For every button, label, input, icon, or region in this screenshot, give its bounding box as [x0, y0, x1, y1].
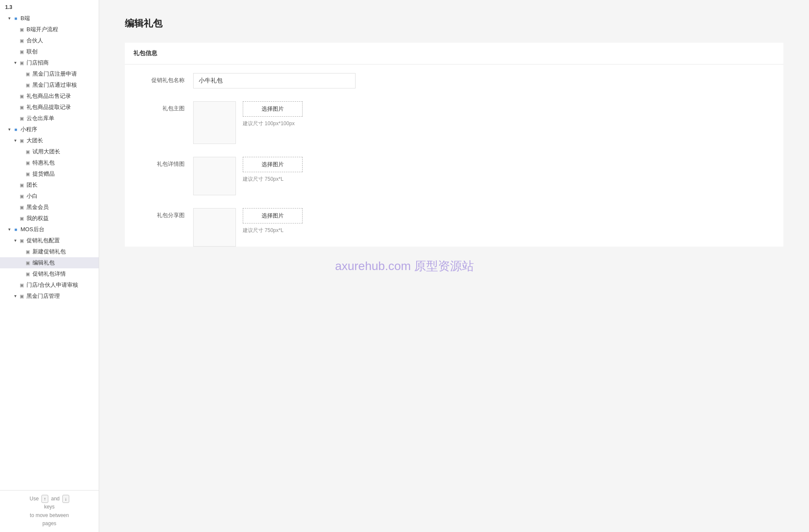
sidebar-item-tuanzhang[interactable]: ▣ 团长 — [0, 179, 99, 191]
sidebar-item-b-end[interactable]: ■ B端 — [0, 13, 99, 24]
doc-icon: ▣ — [25, 71, 31, 77]
sidebar-item-edit-gift[interactable]: ▣ 编辑礼包 — [0, 257, 99, 268]
control-gift-name — [193, 73, 766, 88]
image-upload-right-detail: 选择图片 建议尺寸 750px*L — [243, 157, 303, 183]
sidebar-label-my-rights: 我的权益 — [26, 215, 49, 222]
sidebar-item-hj-register[interactable]: ▣ 黑金门店注册申请 — [0, 68, 99, 79]
footer-keys: keys — [44, 504, 55, 510]
control-gift-detail-image: 选择图片 建议尺寸 750px*L — [193, 157, 766, 195]
doc-icon: ▣ — [25, 249, 31, 255]
arrow-b-end — [7, 16, 12, 21]
sidebar-label-try-tuanzhang: 试用大团长 — [32, 148, 60, 156]
sidebar-item-try-tuanzhang[interactable]: ▣ 试用大团长 — [0, 146, 99, 157]
sidebar-label-hj-member: 黑金会员 — [26, 203, 49, 211]
image-hint-detail: 建议尺寸 750px*L — [243, 176, 303, 183]
sidebar-label-gift-pick: 礼包商品提取记录 — [26, 103, 71, 111]
image-hint-share: 建议尺寸 750px*L — [243, 227, 303, 234]
sidebar: 1.3 ■ B端 ▣ B端开户流程 ▣ 合伙人 ▣ 联创 ▣ 门店招商 — [0, 0, 99, 532]
sidebar-item-new-promo[interactable]: ▣ 新建促销礼包 — [0, 246, 99, 257]
form-row-gift-detail-image: 礼包详情图 选择图片 建议尺寸 750px*L — [125, 157, 783, 195]
sidebar-item-mos[interactable]: ■ MOS后台 — [0, 224, 99, 235]
select-image-btn-share[interactable]: 选择图片 — [243, 208, 303, 223]
label-gift-main-image: 礼包主图 — [142, 101, 193, 112]
folder-blue-icon: ■ — [13, 126, 19, 132]
image-preview-share — [193, 208, 236, 247]
sidebar-item-pickup-gift[interactable]: ▣ 提货赠品 — [0, 168, 99, 179]
sidebar-label-gift-sell: 礼包商品出售记录 — [26, 92, 71, 100]
doc-icon: ▣ — [19, 60, 25, 66]
section-header: 礼包信息 — [125, 43, 783, 65]
sidebar-item-store-recruit[interactable]: ▣ 门店招商 — [0, 57, 99, 68]
sidebar-item-da-tuanzhang[interactable]: ▣ 大团长 — [0, 135, 99, 146]
arrow-promo-config — [13, 238, 18, 243]
sidebar-item-promo-detail[interactable]: ▣ 促销礼包详情 — [0, 268, 99, 279]
doc-icon: ▣ — [25, 271, 31, 277]
form-row-gift-share-image: 礼包分享图 选择图片 建议尺寸 750px*L — [125, 208, 783, 247]
select-image-btn-main[interactable]: 选择图片 — [243, 101, 303, 117]
sidebar-footer: Use ↑ and ↓ keys to move between pages — [0, 490, 99, 532]
doc-icon: ▣ — [19, 115, 25, 121]
sidebar-label-hj-register: 黑金门店注册申请 — [32, 70, 77, 78]
arrow-mini-program — [7, 127, 12, 132]
doc-icon: ▣ — [25, 82, 31, 88]
sidebar-item-store-partner-audit[interactable]: ▣ 门店/合伙人申请审核 — [0, 279, 99, 291]
control-gift-share-image: 选择图片 建议尺寸 750px*L — [193, 208, 766, 247]
sidebar-label-mini-program: 小程序 — [21, 126, 37, 133]
sidebar-item-hj-audit[interactable]: ▣ 黑金门店通过审核 — [0, 79, 99, 91]
footer-pages: pages — [42, 520, 56, 526]
form-row-gift-name: 促销礼包名称 — [125, 73, 783, 88]
sidebar-item-hj-store-mgmt[interactable]: ▣ 黑金门店管理 — [0, 291, 99, 302]
sidebar-item-b-open[interactable]: ▣ B端开户流程 — [0, 24, 99, 35]
sidebar-item-mini-program[interactable]: ■ 小程序 — [0, 124, 99, 135]
sidebar-label-mos: MOS后台 — [21, 226, 44, 233]
doc-icon: ▣ — [19, 49, 25, 55]
sidebar-label-special-gift: 特惠礼包 — [32, 159, 55, 167]
image-preview-detail — [193, 157, 236, 195]
sidebar-item-gift-pick[interactable]: ▣ 礼包商品提取记录 — [0, 102, 99, 113]
folder-blue-icon: ■ — [13, 15, 19, 21]
sidebar-item-xiao-bai[interactable]: ▣ 小白 — [0, 191, 99, 202]
key-down: ↓ — [62, 495, 69, 503]
sidebar-label-da-tuanzhang: 大团长 — [26, 137, 43, 144]
doc-icon: ▣ — [19, 238, 25, 244]
sidebar-label-promo-config: 促销礼包配置 — [26, 237, 60, 244]
arrow-da-tuanzhang — [13, 138, 18, 143]
gift-name-input[interactable] — [193, 73, 356, 88]
image-upload-area-share: 选择图片 建议尺寸 750px*L — [193, 208, 766, 247]
sidebar-scroll: ■ B端 ▣ B端开户流程 ▣ 合伙人 ▣ 联创 ▣ 门店招商 ▣ 黑金门店注册… — [0, 13, 99, 490]
image-preview-main — [193, 101, 236, 144]
sidebar-label-partner: 合伙人 — [26, 37, 43, 44]
image-upload-area-main: 选择图片 建议尺寸 100px*100px — [193, 101, 766, 144]
doc-icon: ▣ — [19, 293, 25, 299]
sidebar-item-cloud-out[interactable]: ▣ 云仓出库单 — [0, 113, 99, 124]
sidebar-item-gift-sell[interactable]: ▣ 礼包商品出售记录 — [0, 91, 99, 102]
sidebar-label-pickup-gift: 提货赠品 — [32, 170, 55, 178]
image-upload-right-main: 选择图片 建议尺寸 100px*100px — [243, 101, 303, 127]
sidebar-item-special-gift[interactable]: ▣ 特惠礼包 — [0, 157, 99, 168]
image-upload-area-detail: 选择图片 建议尺寸 750px*L — [193, 157, 766, 195]
doc-icon: ▣ — [19, 215, 25, 221]
sidebar-label-b-end: B端 — [21, 15, 30, 22]
sidebar-item-lianchuang[interactable]: ▣ 联创 — [0, 46, 99, 57]
arrow-store-recruit — [13, 60, 18, 65]
doc-icon: ▣ — [19, 93, 25, 99]
doc-icon: ▣ — [25, 149, 31, 155]
sidebar-label-hj-store-mgmt: 黑金门店管理 — [26, 292, 60, 300]
doc-icon: ▣ — [25, 171, 31, 177]
doc-icon: ▣ — [19, 193, 25, 199]
doc-icon: ▣ — [19, 282, 25, 288]
sidebar-label-lianchuang: 联创 — [26, 48, 38, 56]
sidebar-item-promo-config[interactable]: ▣ 促销礼包配置 — [0, 235, 99, 246]
sidebar-item-my-rights[interactable]: ▣ 我的权益 — [0, 213, 99, 224]
control-gift-main-image: 选择图片 建议尺寸 100px*100px — [193, 101, 766, 144]
sidebar-item-partner[interactable]: ▣ 合伙人 — [0, 35, 99, 46]
sidebar-label-b-open: B端开户流程 — [26, 26, 58, 33]
sidebar-label-hj-audit: 黑金门店通过审核 — [32, 81, 77, 89]
select-image-btn-detail[interactable]: 选择图片 — [243, 157, 303, 172]
key-up: ↑ — [41, 495, 48, 503]
sidebar-label-cloud-out: 云仓出库单 — [26, 115, 54, 122]
folder-blue-icon: ■ — [13, 226, 19, 232]
main-content: 编辑礼包 礼包信息 促销礼包名称 礼包主图 选择图片 建议尺寸 100px*10… — [99, 0, 809, 532]
sidebar-item-hj-member[interactable]: ▣ 黑金会员 — [0, 202, 99, 213]
sidebar-label-promo-detail: 促销礼包详情 — [32, 270, 66, 278]
